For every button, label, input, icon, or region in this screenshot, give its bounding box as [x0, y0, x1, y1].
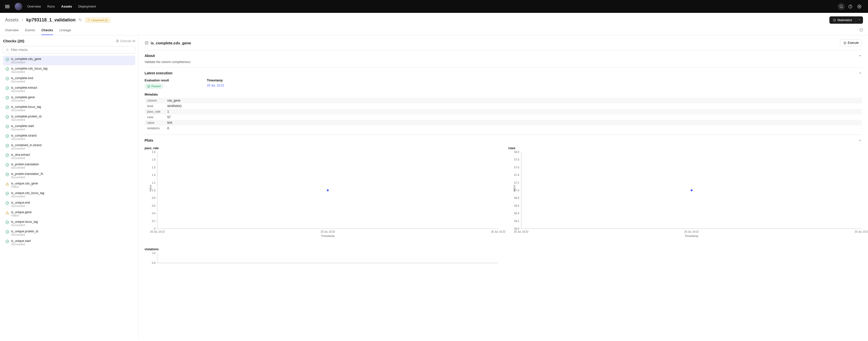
x-tick: 20 Jul, 10:22: [514, 230, 528, 233]
nav-link-deployment[interactable]: Deployment: [78, 4, 96, 8]
check-item[interactable]: is_unique.endSucceeded: [3, 199, 135, 209]
check-item[interactable]: is_complete.endSucceeded: [3, 75, 135, 84]
breadcrumb-bar: Assets › kp793118_1_validation Unsynced …: [0, 13, 868, 26]
hamburger-menu-icon[interactable]: [5, 5, 9, 8]
eval-result-label: Evaluation result: [145, 79, 169, 82]
svg-line-10: [8, 50, 8, 51]
metadata-row: valueN/A: [145, 120, 862, 126]
timestamp-link[interactable]: 20 Jul, 10:22: [207, 84, 224, 87]
materialize-button[interactable]: Materialize: [829, 16, 856, 24]
check-name: is_unique.gene: [11, 210, 32, 214]
nav-link-runs[interactable]: Runs: [47, 4, 55, 8]
svg-point-21: [6, 154, 9, 157]
nav-link-overview[interactable]: Overview: [27, 4, 41, 8]
check-item[interactable]: is_complete.cds_geneSucceeded: [3, 56, 135, 65]
plots-heading: Plots: [145, 138, 153, 142]
check-item[interactable]: is_unique.locus_tagSucceeded: [3, 218, 135, 228]
metadata-key: column: [145, 98, 165, 103]
y-tick: 58.0: [509, 151, 519, 154]
y-tick: 1.8: [145, 158, 155, 161]
unsynced-badge-label: Unsynced (1): [91, 19, 108, 22]
check-item[interactable]: is_complete.strandSucceeded: [3, 132, 135, 142]
check-status: Succeeded: [11, 204, 30, 207]
asset-name: kp793118_1_validation: [26, 18, 75, 23]
check-item[interactable]: is_dna.extractSucceeded: [3, 151, 135, 161]
svg-point-11: [6, 58, 9, 61]
svg-point-9: [6, 49, 8, 51]
x-tick: 20 Jul, 10:22: [855, 230, 868, 233]
check-item[interactable]: is_complete.locus_tagSucceeded: [3, 104, 135, 113]
tab-checks[interactable]: Checks: [41, 26, 53, 35]
metadata-value: 1: [165, 109, 862, 114]
check-item[interactable]: is_unique.cds_geneFailed: [3, 180, 135, 190]
check-status: Succeeded: [11, 195, 44, 198]
about-section-header[interactable]: About: [145, 54, 862, 58]
settings-icon[interactable]: [856, 3, 863, 10]
check-status: Succeeded: [11, 166, 39, 169]
x-tick: 20 Jul, 10:22: [491, 230, 505, 233]
y-tick: 57.2: [509, 181, 519, 184]
y-tick: 1.0: [145, 252, 155, 254]
latest-execution-header[interactable]: Latest execution: [145, 71, 862, 75]
y-tick: 56.2: [509, 219, 519, 222]
check-name: is_unique.locus_tag: [11, 220, 38, 224]
check-circle-icon: [5, 192, 9, 195]
y-tick: 57.8: [509, 158, 519, 161]
check-circle-icon: [5, 144, 9, 147]
chevron-down-icon: [859, 139, 862, 142]
check-item[interactable]: is_unique.cds_locus_tagSucceeded: [3, 190, 135, 199]
copy-icon[interactable]: [79, 18, 82, 23]
svg-point-15: [6, 96, 9, 99]
check-status: Succeeded: [11, 233, 38, 236]
execute-all-label: Execute all: [120, 39, 135, 43]
check-circle-icon: [5, 58, 9, 61]
metadata-row: pass_rate1: [145, 109, 862, 114]
check-item[interactable]: is_protein.translationSucceeded: [3, 161, 135, 171]
materialize-dropdown-icon[interactable]: [856, 16, 863, 24]
dagster-logo[interactable]: [14, 3, 22, 10]
unsynced-badge[interactable]: Unsynced (1): [85, 18, 110, 23]
help-icon[interactable]: [847, 3, 854, 10]
check-item[interactable]: is_complete.geneSucceeded: [3, 94, 135, 104]
y-tick: 56.6: [509, 204, 519, 207]
check-status: Succeeded: [11, 157, 30, 160]
plots-section-header[interactable]: Plots: [145, 138, 862, 142]
metadata-heading: Metadata: [145, 93, 862, 96]
check-item[interactable]: is_contained_in.strandSucceeded: [3, 142, 135, 151]
refresh-icon[interactable]: [860, 28, 863, 33]
check-item[interactable]: is_complete.protein_idSucceeded: [3, 113, 135, 123]
check-item[interactable]: is_complete.startSucceeded: [3, 123, 135, 132]
execute-button[interactable]: Execute: [840, 39, 862, 46]
svg-point-32: [6, 240, 9, 243]
svg-point-13: [6, 77, 9, 80]
search-icon[interactable]: [838, 3, 845, 10]
check-name: is_unique.protein_id: [11, 230, 38, 233]
svg-point-0: [840, 5, 842, 7]
metadata-value: cds_gene: [165, 98, 862, 103]
execute-all-button[interactable]: Execute all: [116, 39, 135, 43]
svg-point-12: [6, 68, 9, 71]
check-status: Succeeded: [11, 224, 38, 227]
tab-events[interactable]: Events: [25, 26, 35, 35]
check-item[interactable]: is_unique.protein_idSucceeded: [3, 228, 135, 238]
svg-point-6: [833, 19, 835, 21]
check-status: Succeeded: [11, 109, 41, 112]
tab-overview[interactable]: Overview: [5, 26, 19, 35]
check-item[interactable]: is_complete.extractSucceeded: [3, 84, 135, 94]
tab-lineage[interactable]: Lineage: [59, 26, 71, 35]
y-tick: 57.6: [509, 166, 519, 169]
check-item[interactable]: is_unique.startSucceeded: [3, 238, 135, 247]
passed-badge: Passed: [145, 84, 163, 89]
breadcrumb: Assets › kp793118_1_validation Unsynced …: [5, 18, 110, 23]
x-tick: 20 Jul, 10:22: [321, 230, 335, 233]
check-item[interactable]: is_unique.geneFailed: [3, 209, 135, 218]
svg-rect-5: [80, 19, 81, 21]
check-item[interactable]: is_protein.translation_fnSucceeded: [3, 171, 135, 180]
breadcrumb-root[interactable]: Assets: [5, 18, 19, 23]
check-status: Succeeded: [11, 176, 43, 179]
filter-checks-input[interactable]: [3, 46, 135, 54]
check-item[interactable]: is_complete.cds_locus_tagSucceeded: [3, 65, 135, 75]
plot-rows: rows Value 56.056.256.456.656.857.057.25…: [508, 146, 862, 237]
metadata-key: rows: [145, 114, 165, 120]
nav-link-assets[interactable]: Assets: [61, 4, 72, 8]
